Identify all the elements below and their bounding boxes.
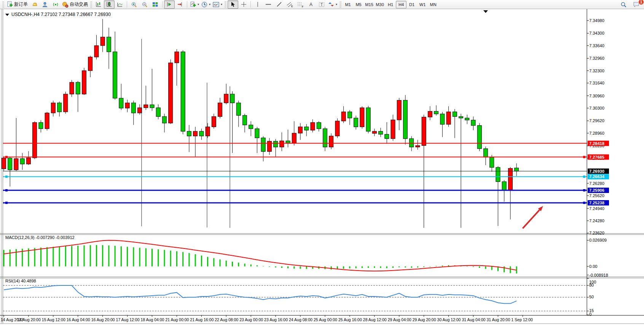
price-tick-label: 7.30960 — [589, 94, 604, 98]
new-order-label: 新订单 — [14, 1, 28, 8]
timeframe-h1[interactable]: H1 — [385, 1, 396, 8]
line-handle[interactable] — [583, 202, 585, 204]
macd-scale-label: 0.00 — [589, 264, 597, 269]
signals-button[interactable] — [50, 0, 61, 9]
timeframe-mn[interactable]: MN — [428, 1, 438, 8]
zoom-in-button[interactable] — [129, 0, 139, 9]
candle-body — [397, 100, 401, 120]
time-tick-label: 14 Aug 20:00 — [17, 317, 41, 322]
arrows-icon — [328, 2, 334, 7]
timeframe-w1[interactable]: W1 — [417, 1, 428, 8]
crosshair-button[interactable] — [238, 0, 249, 9]
timeframe-h4[interactable]: H4 — [396, 1, 406, 8]
text-button[interactable]: A — [306, 0, 316, 9]
zoom-out-button[interactable] — [139, 0, 150, 9]
periods-button[interactable]: ▾ — [200, 0, 212, 9]
gold-button[interactable] — [29, 0, 40, 9]
timeframe-m5[interactable]: M5 — [353, 1, 364, 8]
candle-body — [267, 141, 271, 151]
price-tick-label: 7.23620 — [589, 231, 604, 235]
candle-body — [304, 127, 309, 130]
candle-body — [212, 116, 216, 127]
price-badge: 7.25906 — [588, 188, 609, 193]
trendline-button[interactable] — [274, 0, 284, 9]
price-tick-label: 7.25620 — [589, 193, 604, 198]
line-handle[interactable] — [583, 175, 585, 178]
line-handle[interactable] — [5, 189, 8, 191]
toolbar-grip[interactable] — [340, 2, 341, 8]
candle-body — [51, 103, 55, 113]
indicators-button[interactable]: ▾ — [189, 0, 200, 9]
line-handle[interactable] — [5, 156, 8, 158]
bar-chart-button[interactable] — [93, 0, 104, 9]
timeframe-m1[interactable]: M1 — [343, 1, 353, 8]
candlestick-chart-button[interactable] — [104, 0, 115, 9]
auto-trading-button[interactable]: 自动交易 — [61, 0, 89, 9]
fibonacci-button[interactable]: F — [295, 0, 306, 9]
candle-body — [515, 168, 519, 171]
arrows-button[interactable]: ▾ — [327, 0, 338, 9]
chart-shift-button[interactable] — [175, 0, 185, 9]
candle-body — [70, 82, 74, 94]
candle-body — [422, 117, 426, 146]
vertical-line-button[interactable] — [252, 0, 263, 9]
candle-body — [255, 129, 259, 138]
main-toolbar: 新订单 自动 — [0, 0, 644, 9]
toolbar-grip[interactable] — [2, 2, 4, 8]
timeframe-m30[interactable]: M30 — [375, 1, 385, 8]
channel-button[interactable]: E — [284, 0, 295, 9]
macd-scale-label: -0.008918 — [589, 273, 608, 277]
time-tick-label: 24 Aug 08:00 — [289, 317, 312, 322]
text-label-button[interactable]: T — [316, 0, 327, 9]
time-tick-label: 16 Aug 04:00 — [67, 317, 90, 322]
horizontal-line-button[interactable] — [263, 0, 274, 9]
crosshair-icon — [241, 2, 247, 7]
svg-text:7.26634: 7.26634 — [589, 174, 605, 179]
community-button[interactable] — [40, 0, 50, 9]
toolbar-grip[interactable] — [90, 2, 92, 8]
time-tick-label: 17 Aug 12:00 — [116, 317, 140, 322]
auto-scroll-button[interactable] — [164, 0, 175, 9]
search-icon — [620, 2, 627, 8]
line-handle[interactable] — [583, 189, 585, 191]
new-order-button[interactable]: 新订单 — [5, 0, 29, 9]
time-tick-label: 16 Aug 20:00 — [91, 317, 115, 322]
templates-button[interactable]: ▾ — [212, 0, 223, 9]
symbol-ohlc-label: USDCNH-,H4 7.27102 7.27348 7.26667 7.269… — [11, 12, 111, 17]
candle-body — [14, 159, 18, 170]
fibonacci-icon: F — [297, 2, 304, 8]
toolbar-grip[interactable] — [225, 2, 226, 8]
line-chart-icon — [117, 2, 123, 7]
price-tick-label: 7.34980 — [589, 18, 604, 23]
candle-body — [26, 158, 30, 164]
line-chart-button[interactable] — [115, 0, 125, 9]
price-tick-label: 7.31640 — [589, 81, 604, 85]
indicators-icon — [190, 2, 196, 8]
chart-canvas[interactable]: MACD(12,26,9) -0.007290 -0.003912RSI(14)… — [0, 0, 644, 325]
candle-body — [292, 133, 296, 143]
candle-body — [8, 158, 12, 170]
price-tick-label: 7.29620 — [589, 118, 604, 123]
svg-text:RSI(14) 40.4898: RSI(14) 40.4898 — [5, 279, 36, 283]
tile-windows-button[interactable] — [150, 0, 161, 9]
price-tick-label: 7.24280 — [589, 218, 604, 223]
candle-body — [274, 141, 278, 147]
candle-body — [187, 131, 191, 136]
line-handle[interactable] — [5, 175, 8, 178]
timeframe-m15[interactable]: M15 — [364, 1, 375, 8]
time-tick-label: 30 Aug 12:00 — [437, 317, 461, 322]
auto-trading-label: 自动交易 — [70, 1, 88, 8]
rsi-scale-label: 0 — [589, 312, 591, 317]
svg-text:F: F — [302, 5, 303, 8]
candle-body — [317, 123, 321, 129]
search-button[interactable] — [618, 0, 629, 9]
candle-body — [150, 105, 154, 108]
notifications-button[interactable]: 1 — [631, 0, 642, 9]
price-tick-label: 7.26280 — [589, 181, 604, 186]
time-tick-label: 22 Aug 08:00 — [215, 317, 238, 322]
line-handle[interactable] — [583, 156, 585, 158]
cursor-button[interactable] — [228, 0, 238, 9]
line-handle[interactable] — [5, 202, 8, 204]
timeframe-d1[interactable]: D1 — [406, 1, 417, 8]
candle-body — [465, 118, 469, 120]
